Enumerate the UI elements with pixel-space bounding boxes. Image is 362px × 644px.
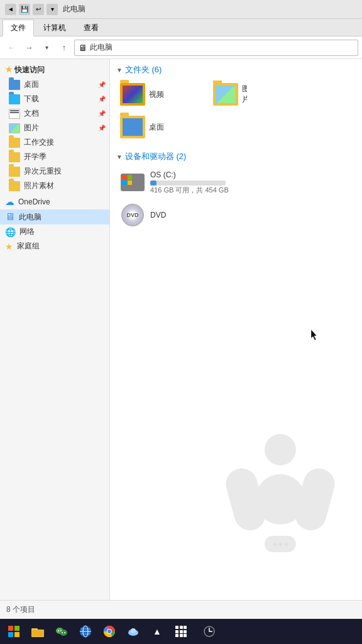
nav-forward-button[interactable]: →: [21, 40, 36, 55]
devices-chevron: ▼: [116, 153, 123, 160]
desktop-folder-label: 桌面: [149, 122, 164, 133]
image-folder-thumbnail: [216, 86, 236, 103]
svg-point-24: [131, 628, 136, 633]
svg-point-9: [58, 630, 59, 631]
sidebar-pictures-label: 图片: [24, 123, 39, 133]
folders-section-header[interactable]: ▼ 文件夹 (6): [116, 64, 356, 75]
nav-back-button[interactable]: ←: [4, 40, 19, 55]
taskbar-notification[interactable]: [122, 620, 145, 643]
taskbar-wechat[interactable]: [50, 620, 73, 643]
ghost-head: [265, 434, 296, 465]
sidebar-item-homegroup[interactable]: ★ 家庭组: [0, 239, 109, 253]
desktop-large-icon: [120, 116, 145, 138]
desktop-icon-inner: [123, 118, 143, 136]
sidebar-item-network[interactable]: 🌐 网络: [0, 225, 109, 239]
svg-rect-2: [8, 632, 13, 637]
taskbar: ▲: [0, 619, 362, 644]
pin-icon: 📌: [98, 81, 106, 88]
address-bar[interactable]: 🖥 此电脑: [74, 40, 358, 56]
start-button[interactable]: [3, 620, 25, 643]
taskbar-arrow-up[interactable]: ▲: [146, 620, 168, 643]
hdd-body: [121, 174, 145, 191]
sidebar-item-invest[interactable]: 异次元重投: [0, 164, 109, 179]
pictures-icon: [9, 123, 20, 133]
devices-list: OS (C:) 416 GB 可用，共 454 GB DVD DVD: [116, 167, 356, 230]
downloads-folder-icon: [9, 94, 20, 104]
svg-rect-32: [180, 634, 183, 637]
quick-access-save-icon[interactable]: 💾: [19, 4, 30, 15]
devices-section-header[interactable]: ▼ 设备和驱动器 (2): [116, 151, 356, 162]
svg-rect-6: [32, 630, 43, 636]
svg-point-11: [62, 632, 63, 633]
tab-view[interactable]: 查看: [75, 19, 107, 36]
ghost-overlay: [211, 411, 349, 575]
dvd-disc: DVD: [121, 204, 144, 226]
svg-point-10: [60, 630, 62, 631]
title-bar-icons: ◄ 💾 ↩ ▾: [5, 4, 58, 15]
taskbar-apps-grid[interactable]: [170, 620, 192, 643]
image-folder-label: 图片: [242, 84, 247, 105]
video-folder-thumbnail: [123, 86, 143, 103]
sidebar-work-label: 工作交接: [24, 137, 54, 148]
taskbar-browser[interactable]: [74, 620, 97, 643]
main-layout: ★ 快速访问 桌面 📌 下载 📌 文档 📌: [0, 59, 362, 600]
pin-icon-3: 📌: [98, 110, 106, 117]
nav-up-button[interactable]: ↑: [57, 40, 72, 55]
image-folder-icon: [213, 83, 238, 106]
sidebar-item-pictures[interactable]: 图片 📌: [0, 121, 109, 135]
invest-folder-icon: [9, 167, 20, 177]
quick-access-undo-icon[interactable]: ↩: [33, 4, 44, 15]
sidebar-homegroup-label: 家庭组: [17, 241, 40, 252]
c-drive-name: OS (C:): [150, 170, 288, 179]
ribbon-tabs: 文件 计算机 查看: [0, 19, 362, 36]
quickaccess-label: 快速访问: [14, 65, 45, 74]
device-item-c-drive[interactable]: OS (C:) 416 GB 可用，共 454 GB: [116, 167, 292, 197]
svg-rect-1: [14, 626, 19, 631]
ghost-dot-1: [273, 543, 277, 546]
folders-grid: 视频 图片: [116, 80, 356, 108]
content-area: ▼ 文件夹 (6) 视频 图片: [110, 59, 362, 600]
taskbar-chrome[interactable]: [98, 620, 121, 643]
c-drive-progress-fill: [150, 180, 156, 186]
svg-rect-3: [14, 632, 19, 637]
dvd-name: DVD: [150, 211, 288, 219]
pin-icon-4: 📌: [98, 125, 106, 131]
folder-item-desktop[interactable]: 桌面: [116, 113, 204, 141]
cursor: [311, 330, 319, 343]
sidebar-section-quickaccess: ★ 快速访问 桌面 📌 下载 📌 文档 📌: [0, 63, 109, 193]
sidebar-item-desktop[interactable]: 桌面 📌: [0, 77, 109, 92]
c-drive-icon: [120, 170, 145, 195]
sidebar-item-semester[interactable]: 开学季: [0, 150, 109, 164]
device-item-dvd[interactable]: DVD DVD: [116, 200, 292, 230]
ghost-more-button[interactable]: [265, 536, 296, 552]
sidebar-item-downloads[interactable]: 下载 📌: [0, 92, 109, 106]
sidebar-item-photos[interactable]: 照片素材: [0, 179, 109, 193]
sidebar-network-label: 网络: [19, 226, 35, 237]
sidebar-item-documents[interactable]: 文档 📌: [0, 106, 109, 121]
star-icon: ★: [5, 65, 13, 74]
documents-icon: [9, 109, 20, 119]
video-folder-icon: [120, 83, 145, 106]
svg-point-12: [64, 632, 65, 633]
svg-rect-28: [175, 630, 178, 633]
sidebar-quickaccess-header[interactable]: ★ 快速访问: [0, 63, 109, 77]
folder-item-image[interactable]: 图片: [209, 80, 247, 108]
nav-dropdown-button[interactable]: ▾: [39, 40, 54, 55]
svg-rect-33: [184, 634, 187, 637]
tab-computer[interactable]: 计算机: [35, 19, 74, 36]
sidebar-downloads-label: 下载: [24, 94, 39, 104]
quick-access-dropdown-icon[interactable]: ▾: [47, 4, 58, 15]
sidebar-item-onedrive[interactable]: ☁ OneDrive: [0, 194, 109, 209]
taskbar-clock[interactable]: [194, 620, 225, 643]
sidebar-item-work[interactable]: 工作交接: [0, 135, 109, 150]
svg-point-20: [107, 630, 111, 633]
c-drive-size: 416 GB 可用，共 454 GB: [150, 186, 288, 195]
sidebar-item-thispc[interactable]: 🖥 此电脑: [0, 209, 109, 225]
taskbar-file-explorer[interactable]: [26, 620, 49, 643]
windows-logo: [122, 175, 132, 185]
folder-item-video[interactable]: 视频: [116, 80, 204, 108]
folders-section-label: 文件夹 (6): [125, 64, 162, 75]
quick-access-back-icon[interactable]: ◄: [5, 4, 16, 15]
video-folder-label: 视频: [149, 89, 164, 100]
tab-file[interactable]: 文件: [3, 19, 34, 36]
